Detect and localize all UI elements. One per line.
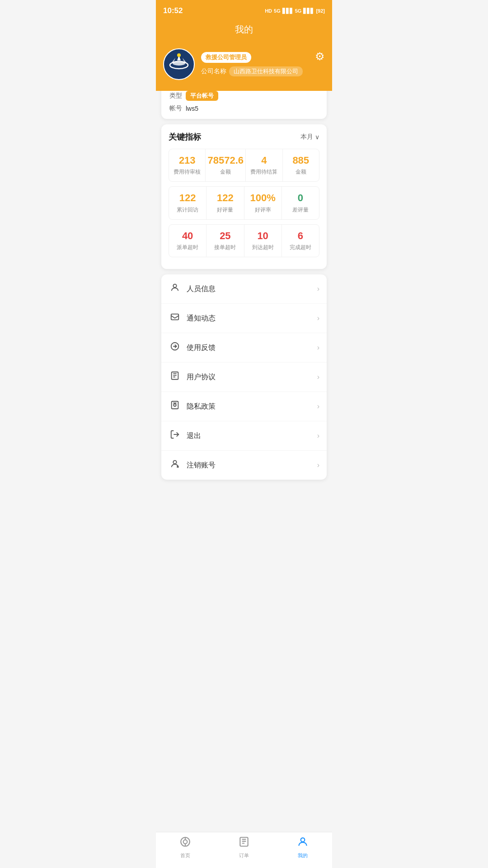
profile-section: 救援公司管理员 公司名称 山西路卫仕科技有限公司 ⚙	[156, 43, 332, 91]
metric-arrive-timeout[interactable]: 10 到达超时	[244, 225, 282, 257]
avatar	[163, 48, 195, 80]
metric-value: 10	[246, 230, 280, 242]
company-row: 公司名称 山西路卫仕科技有限公司	[201, 66, 325, 76]
nav-item-home[interactable]: 首页	[156, 836, 215, 859]
metric-label: 派单超时	[171, 244, 204, 251]
metric-value: 100%	[246, 192, 280, 204]
nav-label-mine: 我的	[298, 852, 308, 859]
metric-label: 累计回访	[171, 206, 204, 214]
chevron-right-icon: ›	[317, 373, 319, 381]
menu-label-feedback: 使用反馈	[187, 343, 317, 353]
metrics-period-label: 本月	[300, 133, 313, 141]
settings-icon[interactable]: ⚙	[315, 50, 325, 63]
menu-label-personnel: 人员信息	[187, 284, 317, 294]
chevron-right-icon: ›	[317, 402, 319, 410]
metric-good-review-count[interactable]: 122 好评量	[206, 187, 244, 219]
account-type-row: 类型 平台帐号	[169, 91, 319, 101]
metrics-period-selector[interactable]: 本月 ∨	[300, 133, 319, 141]
metric-fee-pending-count[interactable]: 213 费用待审核	[169, 149, 206, 181]
metrics-row-1: 213 费用待审核 78572.6 金额 4 费用待结算 885 金额	[169, 149, 319, 182]
menu-item-notifications[interactable]: 通知动态 ›	[161, 304, 327, 333]
svg-point-18	[183, 840, 188, 844]
svg-point-22	[301, 838, 305, 842]
menu-item-feedback[interactable]: 使用反馈 ›	[161, 333, 327, 363]
metric-good-review-rate[interactable]: 100% 好评率	[244, 187, 282, 219]
home-icon	[179, 836, 191, 850]
nav-item-mine[interactable]: 我的	[273, 836, 332, 859]
metric-fee-settle-count[interactable]: 4 费用待结算	[246, 149, 282, 181]
metric-label: 金额	[285, 168, 317, 176]
svg-point-12	[174, 404, 176, 406]
menu-item-personnel[interactable]: 人员信息 ›	[161, 274, 327, 304]
company-label: 公司名称	[201, 67, 226, 75]
account-num-label: 帐号	[169, 104, 182, 113]
cancel-account-icon	[169, 459, 181, 472]
metric-fee-settle-amount[interactable]: 885 金额	[283, 149, 319, 181]
hd-badge: HD	[265, 8, 272, 14]
metric-label: 完成超时	[284, 244, 317, 251]
menu-item-privacy[interactable]: 隐私政策 ›	[161, 392, 327, 421]
chevron-right-icon: ›	[317, 461, 319, 469]
metric-value: 885	[285, 155, 317, 166]
metrics-header: 关键指标 本月 ∨	[169, 132, 319, 142]
metrics-card: 关键指标 本月 ∨ 213 费用待审核 78572.6 金额 4 费用待结算 8…	[161, 124, 327, 269]
nav-label-orders: 订单	[239, 852, 249, 859]
status-icons: HD 5G ▋▋▋ 5G ▋▋▋ [92]	[265, 8, 325, 14]
chevron-right-icon: ›	[317, 432, 319, 440]
agreement-icon	[169, 371, 181, 383]
metric-value: 78572.6	[207, 155, 244, 166]
metric-value: 0	[284, 192, 317, 204]
signal1: 5G	[274, 8, 281, 14]
menu-label-privacy: 隐私政策	[187, 402, 317, 411]
metric-label: 金额	[207, 168, 244, 176]
metric-label: 好评量	[208, 206, 242, 214]
svg-point-14	[173, 461, 176, 464]
chevron-right-icon: ›	[317, 344, 319, 352]
metric-value: 25	[208, 230, 242, 242]
metrics-row-3: 40 派单超时 25 接单超时 10 到达超时 6 完成超时	[169, 224, 319, 257]
status-time: 10:52	[163, 6, 183, 15]
menu-label-cancel-account: 注销账号	[187, 461, 317, 470]
metric-label: 到达超时	[246, 244, 280, 251]
status-bar: 10:52 HD 5G ▋▋▋ 5G ▋▋▋ [92]	[156, 0, 332, 20]
metric-revisit-count[interactable]: 122 累计回访	[169, 187, 206, 219]
metric-dispatch-timeout[interactable]: 40 派单超时	[169, 225, 206, 257]
menu-item-agreement[interactable]: 用户协议 ›	[161, 363, 327, 392]
svg-point-2	[173, 61, 185, 66]
metric-accept-timeout[interactable]: 25 接单超时	[206, 225, 244, 257]
company-name: 山西路卫仕科技有限公司	[229, 66, 303, 76]
battery: [92]	[316, 8, 325, 14]
menu-label-agreement: 用户协议	[187, 373, 317, 382]
menu-item-logout[interactable]: 退出 ›	[161, 421, 327, 451]
menu-item-cancel-account[interactable]: 注销账号 ›	[161, 451, 327, 480]
account-number-row: 帐号 lws5	[169, 104, 319, 113]
nav-item-orders[interactable]: 订单	[215, 836, 273, 859]
account-num-value: lws5	[186, 105, 198, 112]
metric-value: 122	[208, 192, 242, 204]
orders-icon	[238, 836, 250, 850]
chevron-right-icon: ›	[317, 285, 319, 293]
metric-bad-review-count[interactable]: 0 差评量	[282, 187, 319, 219]
account-type-badge: 平台帐号	[186, 91, 218, 101]
metric-value: 40	[171, 230, 204, 242]
metric-value: 6	[284, 230, 317, 242]
metrics-title: 关键指标	[169, 132, 201, 142]
nav-label-home: 首页	[180, 852, 190, 859]
role-badge: 救援公司管理员	[201, 52, 251, 63]
signal-bars-1: ▋▋▋	[282, 8, 293, 14]
signal2: 5G	[295, 8, 302, 14]
notification-icon	[169, 312, 181, 325]
privacy-icon	[169, 400, 181, 413]
menu-card: 人员信息 › 通知动态 › 使用反馈 ›	[161, 274, 327, 480]
metric-label: 好评率	[246, 206, 280, 214]
menu-label-logout: 退出	[187, 431, 317, 441]
metric-fee-pending-amount[interactable]: 78572.6 金额	[206, 149, 246, 181]
metric-complete-timeout[interactable]: 6 完成超时	[282, 225, 319, 257]
chevron-right-icon: ›	[317, 314, 319, 322]
metric-value: 4	[248, 155, 280, 166]
metric-label: 费用待结算	[248, 168, 280, 176]
metric-value: 213	[171, 155, 203, 166]
account-type-label: 类型	[169, 92, 182, 100]
page-header: 我的	[156, 20, 332, 43]
feedback-icon	[169, 341, 181, 354]
